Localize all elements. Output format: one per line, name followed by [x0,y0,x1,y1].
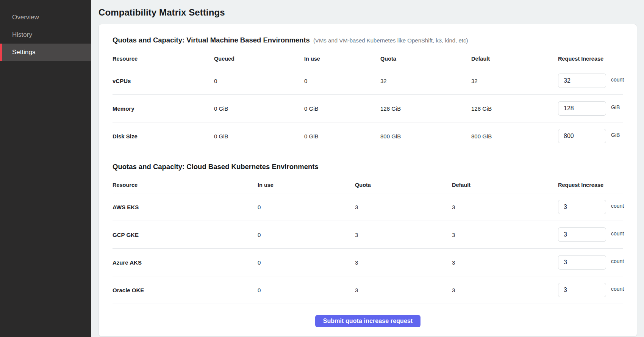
quota-value: 3 [355,259,452,266]
column-header-default: Default [452,182,558,193]
table-row: Azure AKS 0 3 3 count [113,249,623,276]
request-increase-cell: GiB [558,129,623,143]
main-content: Compatibility Matrix Settings Quotas and… [91,0,644,337]
cloud-table-header: Resource In use Quota Default Request In… [113,176,623,193]
table-row: AWS EKS 0 3 3 count [113,193,623,221]
column-header-default: Default [471,56,558,67]
column-header-queued: Queued [214,56,304,67]
request-increase-input[interactable] [558,101,606,116]
resource-name: GCP GKE [113,232,258,238]
default-value: 32 [471,78,558,84]
in-use-value: 0 [258,259,355,266]
in-use-value: 0 [258,204,355,210]
cloud-table-body: AWS EKS 0 3 3 count GCP GKE 0 3 3 count … [113,193,623,304]
column-header-quota: Quota [380,56,471,67]
request-increase-input[interactable] [558,129,606,143]
default-value: 800 GiB [471,133,558,140]
queued-value: 0 GiB [214,105,304,112]
resource-name: Disk Size [113,133,214,140]
unit-label: count [611,286,624,292]
column-header-resource: Resource [113,182,258,193]
request-increase-input[interactable] [558,255,606,270]
unit-label: GiB [611,104,620,110]
sidebar-item-label: History [12,31,32,39]
quota-value: 3 [355,204,452,210]
column-header-in-use: In use [304,56,380,67]
column-header-quota: Quota [355,182,452,193]
cloud-section-header: Quotas and Capacity: Cloud Based Kuberne… [113,161,623,172]
vm-quotas-section: Quotas and Capacity: Virtual Machine Bas… [113,35,623,150]
vm-section-header: Quotas and Capacity: Virtual Machine Bas… [113,35,623,46]
request-increase-input[interactable] [558,283,606,297]
sidebar: Overview History Settings [0,0,91,337]
table-row: Memory 0 GiB 0 GiB 128 GiB 128 GiB GiB [113,95,623,122]
sidebar-item-history[interactable]: History [0,26,91,44]
submit-quota-increase-button[interactable]: Submit quota increase request [315,315,421,327]
table-row: GCP GKE 0 3 3 count [113,221,623,249]
in-use-value: 0 GiB [304,105,380,112]
sidebar-item-settings[interactable]: Settings [0,44,91,61]
unit-label: GiB [611,132,620,138]
default-value: 3 [452,259,558,266]
default-value: 128 GiB [471,105,558,112]
table-row: Oracle OKE 0 3 3 count [113,276,623,304]
default-value: 3 [452,287,558,293]
request-increase-cell: count [558,227,624,242]
sidebar-item-label: Overview [12,14,39,21]
cloud-section-title: Quotas and Capacity: Cloud Based Kuberne… [113,161,319,172]
default-value: 3 [452,204,558,210]
resource-name: Memory [113,105,214,112]
request-increase-cell: count [558,74,624,88]
submit-row: Submit quota increase request [113,315,623,327]
sidebar-item-label: Settings [12,49,35,56]
request-increase-cell: count [558,200,624,214]
in-use-value: 0 [258,232,355,238]
vm-table-header: Resource Queued In use Quota Default Req… [113,50,623,67]
vm-table-body: vCPUs 0 0 32 32 count Memory 0 GiB 0 GiB… [113,67,623,150]
unit-label: count [611,258,624,264]
vm-section-subtitle: (VMs and VM-based Kubernetes like OpenSh… [313,35,468,46]
default-value: 3 [452,232,558,238]
page-title: Compatibility Matrix Settings [98,6,637,19]
unit-label: count [611,77,624,83]
quota-value: 128 GiB [380,105,471,112]
table-row: vCPUs 0 0 32 32 count [113,67,623,95]
request-increase-cell: GiB [558,101,623,116]
resource-name: AWS EKS [113,204,258,210]
request-increase-cell: count [558,255,624,270]
quota-value: 32 [380,78,471,84]
in-use-value: 0 [258,287,355,293]
unit-label: count [611,203,624,209]
queued-value: 0 [214,78,304,84]
request-increase-cell: count [558,283,624,297]
in-use-value: 0 [304,78,380,84]
table-row: Disk Size 0 GiB 0 GiB 800 GiB 800 GiB Gi… [113,122,623,150]
request-increase-input[interactable] [558,200,606,214]
quota-value: 3 [355,287,452,293]
column-header-in-use: In use [258,182,355,193]
quota-value: 800 GiB [380,133,471,140]
vm-section-title: Quotas and Capacity: Virtual Machine Bas… [113,35,310,45]
queued-value: 0 GiB [214,133,304,140]
quota-value: 3 [355,232,452,238]
unit-label: count [611,230,624,237]
request-increase-input[interactable] [558,227,606,242]
quotas-card: Quotas and Capacity: Virtual Machine Bas… [98,24,637,337]
column-header-request-increase: Request Increase [558,56,623,67]
resource-name: vCPUs [113,78,214,84]
in-use-value: 0 GiB [304,133,380,140]
column-header-resource: Resource [113,56,214,67]
resource-name: Azure AKS [113,259,258,266]
cloud-quotas-section: Quotas and Capacity: Cloud Based Kuberne… [113,161,623,304]
request-increase-input[interactable] [558,74,606,88]
resource-name: Oracle OKE [113,287,258,293]
column-header-request-increase: Request Increase [558,182,623,193]
sidebar-item-overview[interactable]: Overview [0,9,91,26]
